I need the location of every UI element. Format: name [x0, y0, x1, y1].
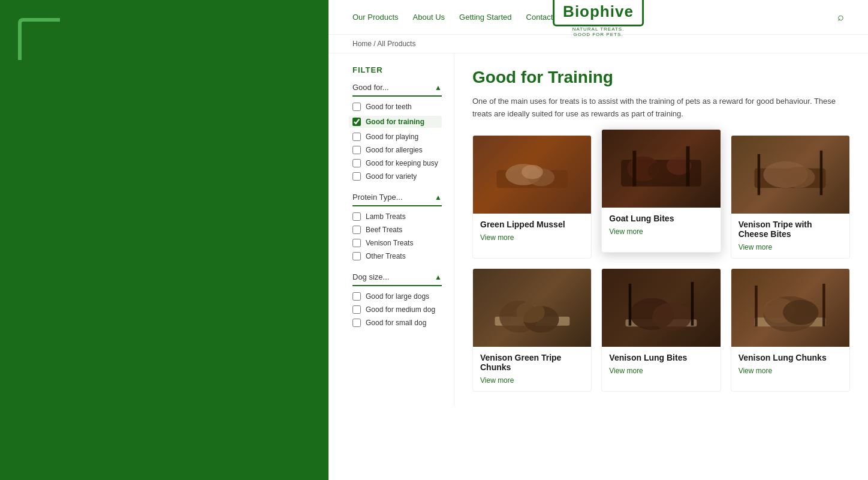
label-good-for-teeth[interactable]: Good for teeth [366, 103, 412, 111]
filter-item-lamb: Lamb Treats [352, 212, 442, 221]
sidebar: FILTER Good for... ▲ Good for teeth Good… [328, 53, 454, 406]
breadcrumb-separator: / [372, 40, 377, 48]
filter-item-good-for-keeping-busy: Good for keeping busy [352, 159, 442, 167]
filter-section-protein-type-label: Protein Type... [352, 193, 403, 202]
logo-box: Biophive [553, 0, 644, 26]
label-good-for-variety[interactable]: Good for variety [366, 172, 417, 181]
filter-section-good-for-header[interactable]: Good for... ▲ [352, 83, 442, 97]
label-small-dog[interactable]: Good for small dog [366, 319, 426, 327]
checkbox-other-treats[interactable] [352, 252, 361, 260]
product-illustration-goat [614, 137, 709, 200]
breadcrumb-current: All Products [377, 40, 415, 48]
product-grid: Green Lipped Mussel View more [472, 135, 850, 392]
filter-item-good-for-playing: Good for playing [352, 133, 442, 141]
nav: Our Products About Us Getting Started Co… [352, 13, 553, 22]
filter-section-dog-size: Dog size... ▲ Good for large dogs Good f… [352, 272, 442, 327]
filter-section-good-for-label: Good for... [352, 83, 389, 92]
checkbox-good-for-variety[interactable] [352, 172, 361, 181]
filter-item-good-for-teeth: Good for teeth [352, 103, 442, 111]
product-card-venison-green-tripe[interactable]: Venison Green Tripe Chunks View more [472, 268, 592, 392]
search-icon[interactable]: ⌕ [837, 11, 844, 23]
header: Our Products About Us Getting Started Co… [328, 0, 868, 35]
view-more-goat-lung-bites[interactable]: View more [609, 227, 643, 236]
page-description: One of the main uses for treats is to as… [472, 95, 850, 121]
checkbox-small-dog[interactable] [352, 319, 361, 327]
label-beef-treats[interactable]: Beef Treats [366, 226, 402, 234]
product-name-venison-lung-chunks: Venison Lung Chunks [739, 353, 842, 362]
label-good-for-keeping-busy[interactable]: Good for keeping busy [366, 159, 438, 167]
nav-about-us[interactable]: About Us [413, 13, 445, 22]
checkbox-good-for-keeping-busy[interactable] [352, 159, 361, 167]
filter-section-protein-type-header[interactable]: Protein Type... ▲ [352, 193, 442, 206]
product-info-green-lipped-mussel: Green Lipped Mussel View more [473, 214, 591, 248]
filter-item-medium-dog: Good for medium dog [352, 305, 442, 314]
nav-contact[interactable]: Contact [526, 13, 553, 22]
svg-point-3 [522, 164, 543, 179]
filter-item-good-for-variety: Good for variety [352, 172, 442, 181]
filter-section-dog-size-label: Dog size... [352, 272, 389, 281]
product-card-venison-lung-chunks[interactable]: Venison Lung Chunks View more [731, 268, 850, 392]
product-card-venison-lung-bites[interactable]: Venison Lung Bites View more [601, 268, 721, 392]
checkbox-good-for-allergies[interactable] [352, 146, 361, 154]
checkbox-large-dogs[interactable] [352, 292, 361, 301]
label-good-for-training[interactable]: Good for training [366, 118, 424, 126]
filter-item-beef: Beef Treats [352, 226, 442, 234]
checkbox-good-for-teeth[interactable] [352, 103, 361, 111]
svg-point-18 [516, 301, 545, 323]
product-illustration-venison-lung [614, 277, 709, 339]
svg-point-21 [652, 302, 691, 331]
chevron-up-icon-protein: ▲ [435, 193, 442, 202]
view-more-green-lipped-mussel[interactable]: View more [480, 233, 514, 242]
view-more-venison-lung-bites[interactable]: View more [609, 367, 643, 375]
product-info-goat-lung-bites: Goat Lung Bites View more [602, 208, 720, 242]
label-large-dogs[interactable]: Good for large dogs [366, 292, 429, 301]
label-medium-dog[interactable]: Good for medium dog [366, 305, 435, 314]
product-image-green-lipped-mussel [473, 136, 591, 214]
product-illustration-venison-tripe [743, 143, 837, 206]
product-illustration-mussel [485, 143, 580, 206]
checkbox-good-for-training[interactable] [352, 118, 361, 126]
checkbox-venison-treats[interactable] [352, 239, 361, 247]
logo-tagline2: GOOD FOR PETS. [553, 32, 644, 37]
label-good-for-playing[interactable]: Good for playing [366, 133, 418, 141]
checkbox-medium-dog[interactable] [352, 305, 361, 314]
breadcrumb-home[interactable]: Home [352, 40, 372, 48]
filter-item-good-for-allergies: Good for allergies [352, 146, 442, 154]
product-image-venison-lung-bites [602, 269, 720, 347]
filter-item-good-for-training: Good for training [349, 116, 442, 128]
label-other-treats[interactable]: Other Treats [366, 252, 406, 260]
filter-item-large-dogs: Good for large dogs [352, 292, 442, 301]
label-lamb-treats[interactable]: Lamb Treats [366, 212, 406, 221]
product-info-venison-tripe-cheese: Venison Tripe with Cheese Bites View mor… [731, 214, 849, 258]
svg-point-27 [783, 299, 818, 325]
nav-our-products[interactable]: Our Products [352, 13, 399, 22]
chevron-up-icon-dog-size: ▲ [435, 273, 442, 281]
view-more-venison-lung-chunks[interactable]: View more [739, 367, 772, 375]
product-name-green-lipped-mussel: Green Lipped Mussel [480, 220, 584, 229]
content-area: FILTER Good for... ▲ Good for teeth Good… [328, 53, 868, 406]
view-more-venison-tripe-cheese[interactable]: View more [739, 243, 772, 251]
logo: Biophive NATURAL TREATS. GOOD FOR PETS. [553, 0, 644, 37]
filter-item-small-dog: Good for small dog [352, 319, 442, 327]
nav-getting-started[interactable]: Getting Started [459, 13, 511, 22]
breadcrumb: Home / All Products [328, 35, 868, 53]
checkbox-good-for-playing[interactable] [352, 133, 361, 141]
filter-section-dog-size-header[interactable]: Dog size... ▲ [352, 272, 442, 286]
view-more-venison-green-tripe[interactable]: View more [480, 376, 514, 385]
product-image-venison-lung-chunks [731, 269, 849, 347]
product-card-venison-tripe-cheese[interactable]: Venison Tripe with Cheese Bites View mor… [731, 135, 850, 259]
product-card-goat-lung-bites[interactable]: Goat Lung Bites View more [601, 129, 721, 253]
filter-section-protein-type: Protein Type... ▲ Lamb Treats Beef Treat… [352, 193, 442, 260]
product-card-green-lipped-mussel[interactable]: Green Lipped Mussel View more [472, 135, 592, 259]
product-illustration-venison-chunks [743, 277, 837, 339]
checkbox-lamb-treats[interactable] [352, 212, 361, 221]
product-name-venison-lung-bites: Venison Lung Bites [609, 353, 713, 362]
label-venison-treats[interactable]: Venison Treats [366, 239, 413, 247]
filter-section-good-for: Good for... ▲ Good for teeth Good for tr… [352, 83, 442, 181]
product-image-venison-green-tripe [473, 269, 591, 347]
checkbox-beef-treats[interactable] [352, 226, 361, 234]
product-name-goat-lung-bites: Goat Lung Bites [609, 214, 713, 223]
label-good-for-allergies[interactable]: Good for allergies [366, 146, 423, 154]
product-name-venison-green-tripe: Venison Green Tripe Chunks [480, 353, 584, 372]
chevron-up-icon: ▲ [435, 83, 442, 92]
